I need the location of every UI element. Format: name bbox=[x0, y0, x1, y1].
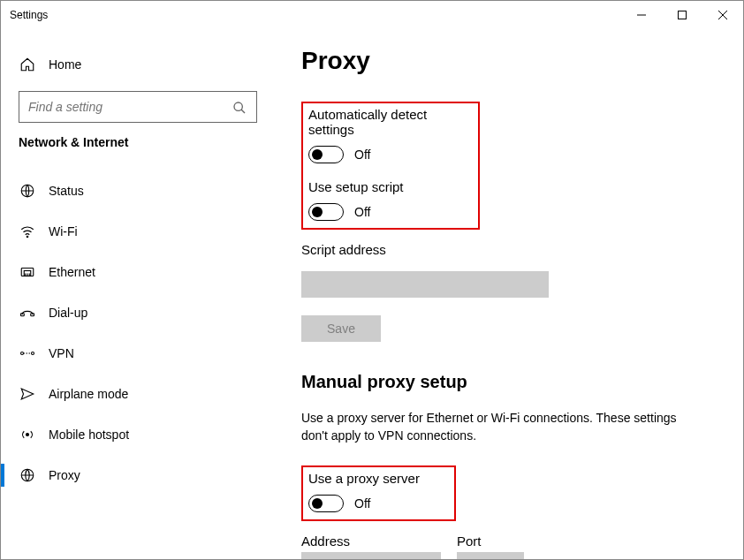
sidebar-item-hotspot[interactable]: Mobile hotspot bbox=[19, 414, 275, 455]
auto-detect-toggle[interactable] bbox=[308, 146, 344, 163]
highlight-box-proxy: Use a proxy server Off bbox=[301, 465, 456, 521]
sidebar-item-label: VPN bbox=[49, 346, 74, 360]
svg-point-9 bbox=[32, 352, 34, 355]
save-button: Save bbox=[301, 315, 381, 342]
use-proxy-row: Off bbox=[308, 495, 445, 512]
search-input[interactable] bbox=[19, 91, 257, 123]
script-address-input bbox=[301, 271, 549, 298]
manual-desc: Use a proxy server for Ethernet or Wi-Fi… bbox=[301, 410, 690, 444]
vpn-icon bbox=[19, 344, 36, 362]
wifi-icon bbox=[19, 223, 36, 240]
svg-point-3 bbox=[27, 236, 28, 238]
sidebar-item-vpn[interactable]: VPN bbox=[19, 333, 275, 374]
sidebar-item-label: Airplane mode bbox=[49, 387, 128, 401]
highlight-box-auto: Automatically detect settings Off Use se… bbox=[301, 102, 480, 230]
sidebar-item-wifi[interactable]: Wi-Fi bbox=[19, 211, 275, 252]
use-proxy-state: Off bbox=[354, 496, 370, 511]
window-title: Settings bbox=[10, 9, 48, 21]
titlebar: Settings bbox=[1, 1, 743, 29]
svg-point-8 bbox=[21, 352, 24, 355]
svg-point-1 bbox=[234, 102, 242, 110]
manual-section-title: Manual proxy setup bbox=[301, 372, 708, 392]
proxy-icon bbox=[19, 466, 36, 484]
port-input bbox=[457, 552, 524, 559]
search-icon bbox=[231, 99, 248, 117]
window-controls bbox=[621, 1, 743, 29]
address-input bbox=[301, 552, 441, 559]
sidebar-item-airplane[interactable]: Airplane mode bbox=[19, 374, 275, 414]
script-address-label: Script address bbox=[301, 242, 708, 257]
address-port-row: Address Port bbox=[301, 534, 708, 559]
close-button[interactable] bbox=[702, 1, 743, 29]
port-col: Port bbox=[457, 534, 524, 559]
setup-script-label: Use setup script bbox=[308, 179, 469, 194]
sidebar-item-status[interactable]: Status bbox=[19, 170, 275, 211]
sidebar-item-ethernet[interactable]: Ethernet bbox=[19, 252, 275, 292]
address-label: Address bbox=[301, 534, 441, 549]
sidebar-item-label: Status bbox=[49, 184, 84, 198]
auto-detect-row: Off bbox=[308, 146, 469, 163]
setup-script-row: Off bbox=[308, 203, 469, 221]
sidebar-item-label: Mobile hotspot bbox=[49, 428, 129, 442]
airplane-icon bbox=[19, 385, 36, 403]
sidebar-item-label: Wi-Fi bbox=[49, 224, 78, 238]
home-icon bbox=[19, 56, 36, 73]
svg-point-10 bbox=[27, 434, 29, 436]
use-proxy-toggle[interactable] bbox=[308, 495, 344, 512]
main-panel: Proxy Automatically detect settings Off … bbox=[275, 38, 743, 559]
setup-script-toggle[interactable] bbox=[308, 203, 344, 221]
sidebar-item-proxy[interactable]: Proxy bbox=[19, 455, 275, 496]
dialup-icon bbox=[19, 304, 36, 322]
svg-rect-0 bbox=[679, 11, 687, 19]
auto-detect-state: Off bbox=[354, 148, 370, 162]
sidebar: Home Network & Internet Status Wi-Fi E bbox=[1, 38, 275, 559]
status-icon bbox=[19, 182, 36, 200]
minimize-button[interactable] bbox=[621, 1, 662, 29]
hotspot-icon bbox=[19, 426, 36, 443]
ethernet-icon bbox=[19, 263, 36, 281]
content-wrap: Home Network & Internet Status Wi-Fi E bbox=[1, 29, 743, 559]
port-label: Port bbox=[457, 534, 524, 549]
sidebar-item-label: Dial-up bbox=[49, 306, 87, 320]
home-label: Home bbox=[49, 57, 81, 72]
category-title: Network & Internet bbox=[19, 135, 275, 149]
maximize-button[interactable] bbox=[662, 1, 702, 29]
search-wrap bbox=[19, 91, 257, 123]
auto-detect-label: Automatically detect settings bbox=[308, 107, 469, 137]
sidebar-item-dialup[interactable]: Dial-up bbox=[19, 292, 275, 333]
setup-script-state: Off bbox=[354, 205, 370, 219]
sidebar-item-label: Ethernet bbox=[49, 265, 95, 279]
sidebar-item-label: Proxy bbox=[49, 468, 80, 482]
home-nav[interactable]: Home bbox=[19, 47, 275, 82]
page-title: Proxy bbox=[301, 47, 708, 75]
use-proxy-label: Use a proxy server bbox=[308, 471, 445, 486]
address-col: Address bbox=[301, 534, 441, 559]
